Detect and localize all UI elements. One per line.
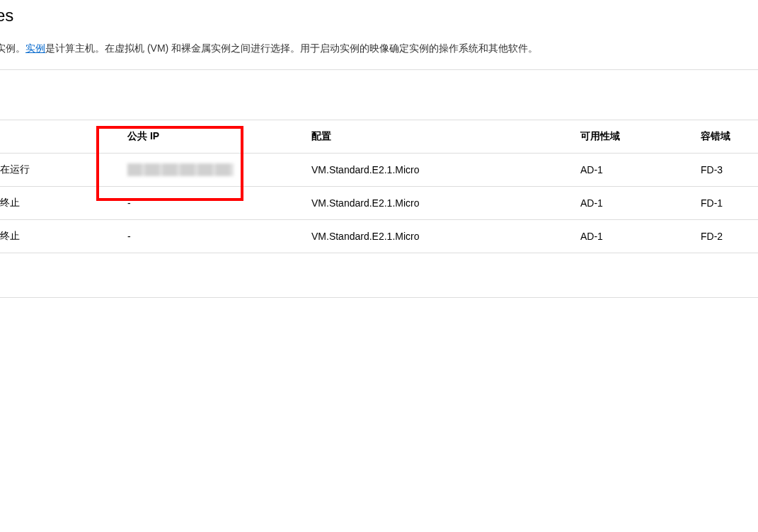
description-prefix: 实例。 xyxy=(0,42,25,54)
cell-public-ip: - xyxy=(113,187,297,220)
col-header-public-ip: 公共 IP xyxy=(113,120,297,154)
table-row[interactable]: 终止 - VM.Standard.E2.1.Micro AD-1 FD-1 xyxy=(0,187,758,220)
cell-public-ip: - xyxy=(113,220,297,253)
page-description: 实例。实例是计算主机。在虚拟机 (VM) 和裸金属实例之间进行选择。用于启动实例… xyxy=(0,31,758,70)
cell-status: 在运行 xyxy=(0,154,113,187)
instances-table: 公共 IP 配置 可用性域 容错域 在运行 VM.Standard.E2.1.M… xyxy=(0,120,758,253)
page-title: es xyxy=(0,0,758,31)
cell-public-ip xyxy=(113,154,297,187)
cell-config: VM.Standard.E2.1.Micro xyxy=(297,154,566,187)
table-row[interactable]: 在运行 VM.Standard.E2.1.Micro AD-1 FD-3 xyxy=(0,154,758,187)
cell-status: 终止 xyxy=(0,220,113,253)
cell-config: VM.Standard.E2.1.Micro xyxy=(297,220,566,253)
cell-fault-domain: FD-2 xyxy=(687,220,758,253)
cell-fault-domain: FD-1 xyxy=(687,187,758,220)
cell-availability-domain: AD-1 xyxy=(566,187,687,220)
redacted-ip xyxy=(127,163,234,176)
cell-availability-domain: AD-1 xyxy=(566,154,687,187)
bottom-divider xyxy=(0,297,758,298)
table-row[interactable]: 终止 - VM.Standard.E2.1.Micro AD-1 FD-2 xyxy=(0,220,758,253)
instance-doc-link[interactable]: 实例 xyxy=(25,42,45,54)
cell-config: VM.Standard.E2.1.Micro xyxy=(297,187,566,220)
col-header-config: 配置 xyxy=(297,120,566,154)
table-body: 在运行 VM.Standard.E2.1.Micro AD-1 FD-3 终止 … xyxy=(0,154,758,253)
cell-fault-domain: FD-3 xyxy=(687,154,758,187)
cell-availability-domain: AD-1 xyxy=(566,220,687,253)
cell-status: 终止 xyxy=(0,187,113,220)
table-header-row: 公共 IP 配置 可用性域 容错域 xyxy=(0,120,758,154)
col-header-fault-domain: 容错域 xyxy=(687,120,758,154)
instances-table-container: 公共 IP 配置 可用性域 容错域 在运行 VM.Standard.E2.1.M… xyxy=(0,120,758,253)
col-header-status xyxy=(0,120,113,154)
col-header-availability-domain: 可用性域 xyxy=(566,120,687,154)
description-suffix: 是计算主机。在虚拟机 (VM) 和裸金属实例之间进行选择。用于启动实例的映像确定… xyxy=(45,42,538,54)
